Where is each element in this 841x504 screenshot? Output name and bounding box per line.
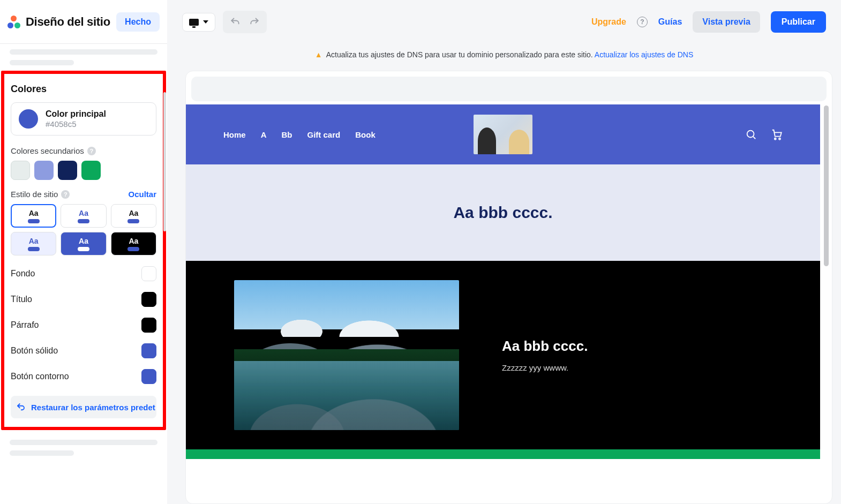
color-row-fondo: Fondo: [11, 266, 156, 281]
placeholder-line: [10, 440, 157, 445]
color-chip[interactable]: [141, 266, 156, 281]
style-option-6[interactable]: Aa: [111, 232, 156, 255]
feature-heading: Aa bbb cccc.: [502, 338, 588, 355]
colors-heading: Colores: [11, 84, 156, 95]
design-sidebar: Diseño del sitio Hecho Colores Color pri…: [0, 0, 167, 504]
color-row-label: Botón sólido: [11, 346, 58, 356]
restore-defaults-button[interactable]: Restaurar los parámetros predet: [11, 396, 156, 418]
color-chip[interactable]: [141, 292, 156, 307]
hide-toggle-link[interactable]: Ocultar: [128, 190, 156, 199]
style-aa: Aa: [129, 209, 138, 217]
publish-button[interactable]: Publicar: [771, 11, 826, 33]
style-pill-icon: [78, 247, 89, 251]
color-row-label: Título: [11, 295, 32, 304]
device-selector-button[interactable]: [182, 13, 215, 32]
topbar-left: [182, 11, 267, 33]
site-logo-image: [474, 115, 532, 154]
svg-point-3: [779, 138, 780, 140]
editor-topbar: Upgrade ? Guías Vista previa Publicar: [167, 0, 841, 44]
upgrade-link[interactable]: Upgrade: [591, 17, 626, 27]
style-pill-icon: [28, 247, 40, 251]
undo-button[interactable]: [226, 14, 244, 30]
nav-link[interactable]: A: [261, 130, 267, 139]
primary-color-label: Color principal: [46, 109, 106, 119]
help-icon[interactable]: ?: [87, 147, 96, 155]
redo-icon: [249, 17, 260, 27]
style-option-1[interactable]: Aa: [11, 204, 56, 228]
nav-link[interactable]: Book: [355, 130, 376, 139]
site-nav: Home A Bb Gift card Book: [223, 130, 376, 139]
svg-point-0: [747, 131, 754, 138]
secondary-swatches: [11, 161, 156, 180]
primary-color-value: #4058c5: [46, 119, 106, 129]
feature-sub: Zzzzzz yyy wwww.: [502, 363, 588, 372]
help-button[interactable]: ?: [637, 17, 648, 27]
primary-color-card[interactable]: Color principal #4058c5: [11, 102, 156, 136]
dns-notice-text: Actualiza tus ajustes de DNS para usar t…: [326, 50, 593, 59]
nav-link[interactable]: Home: [223, 130, 246, 139]
style-aa: Aa: [129, 237, 138, 245]
color-row-label: Botón contorno: [11, 372, 69, 381]
desktop-icon: [189, 19, 199, 26]
color-chip[interactable]: [141, 343, 156, 358]
sidebar-header-left: Diseño del sitio: [7, 15, 110, 29]
secondary-colors-label: Colores secundarios ?: [11, 146, 156, 155]
style-option-2[interactable]: Aa: [61, 204, 106, 228]
style-aa: Aa: [79, 209, 88, 217]
restore-label: Restaurar los parámetros predet: [31, 403, 155, 412]
svg-line-1: [753, 137, 755, 139]
warning-icon: ▲: [315, 50, 322, 59]
chevron-down-icon: [203, 20, 208, 24]
nav-link[interactable]: Gift card: [307, 130, 341, 139]
color-chip[interactable]: [141, 318, 156, 333]
preview-button[interactable]: Vista previa: [693, 11, 760, 33]
redo-button[interactable]: [245, 14, 264, 30]
colors-panel-highlight: Colores Color principal #4058c5 Colores …: [1, 71, 166, 430]
style-pill-icon: [78, 219, 89, 223]
color-chip[interactable]: [141, 369, 156, 384]
hero-band: Aa bbb cccc.: [186, 164, 820, 261]
dns-update-link[interactable]: Actualizar los ajustes de DNS: [595, 50, 693, 59]
nav-link[interactable]: Bb: [282, 130, 292, 139]
hero-title: Aa bbb cccc.: [453, 204, 552, 222]
secondary-swatch[interactable]: [81, 161, 101, 180]
primary-color-swatch: [19, 109, 38, 129]
style-pill-icon: [28, 219, 40, 223]
sidebar-body: Colores Color principal #4058c5 Colores …: [0, 44, 167, 504]
search-icon[interactable]: [745, 129, 757, 140]
preview-canvas: Home A Bb Gift card Book Aa bbb cccc. Aa…: [185, 71, 832, 504]
style-pill-icon: [127, 219, 139, 223]
style-aa: Aa: [79, 237, 88, 245]
style-option-4[interactable]: Aa: [11, 232, 56, 255]
topbar-right: Upgrade ? Guías Vista previa Publicar: [591, 11, 826, 33]
guides-link[interactable]: Guías: [658, 17, 682, 27]
secondary-swatch[interactable]: [34, 161, 54, 180]
style-option-3[interactable]: Aa: [111, 204, 156, 228]
color-row-boton-solido: Botón sólido: [11, 343, 156, 358]
color-row-titulo: Título: [11, 292, 156, 307]
done-button[interactable]: Hecho: [116, 12, 160, 32]
site-header: Home A Bb Gift card Book: [186, 104, 820, 164]
brand-logo-icon: [7, 16, 20, 28]
placeholder-line: [10, 450, 74, 456]
feature-text: Aa bbb cccc. Zzzzzz yyy wwww.: [502, 338, 588, 372]
help-icon[interactable]: ?: [61, 190, 70, 199]
primary-color-text: Color principal #4058c5: [46, 109, 106, 129]
header-icons: [745, 129, 783, 140]
element-color-rows: Fondo Título Párrafo Botón sólido Botón …: [11, 266, 156, 384]
secondary-swatch[interactable]: [58, 161, 77, 180]
style-option-5[interactable]: Aa: [61, 232, 106, 255]
sidebar-title: Diseño del sitio: [26, 15, 110, 29]
undo-redo-group: [223, 11, 267, 33]
secondary-colors-text: Colores secundarios: [11, 146, 84, 155]
placeholder-line: [10, 49, 157, 55]
site-style-label: Estilo de sitio: [11, 190, 58, 199]
cart-icon[interactable]: [771, 129, 783, 140]
preview-scrollbar[interactable]: [824, 106, 829, 266]
sidebar-scrollbar[interactable]: [163, 92, 166, 231]
dns-notice: ▲ Actualiza tus ajustes de DNS para usar…: [167, 50, 841, 59]
placeholder-line: [10, 60, 74, 65]
feature-image: [234, 280, 459, 430]
site-style-header: Estilo de sitio ? Ocultar: [11, 190, 156, 199]
secondary-swatch[interactable]: [11, 161, 30, 180]
